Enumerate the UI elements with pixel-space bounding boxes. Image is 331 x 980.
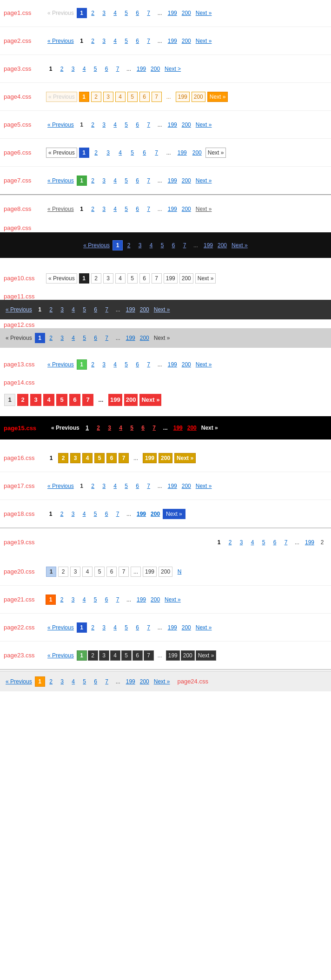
pg-6[interactable]: 6 [132,120,143,130]
pg-6[interactable]: 6 [132,8,143,18]
pg-5[interactable]: 5 [90,64,100,74]
prev-button[interactable]: « Previous [46,92,77,102]
pg-199[interactable]: 199 [166,120,179,130]
pg-200[interactable]: 200 [180,36,193,46]
pg-199[interactable]: 199 [176,148,189,158]
pg-3[interactable]: 3 [57,304,67,315]
prev-button[interactable]: « Previous [46,176,76,186]
pg-5[interactable]: 5 [127,148,138,158]
next-button[interactable]: Next » [194,359,214,370]
pg-5[interactable]: 5 [157,240,167,250]
pg-200[interactable]: 200 [138,676,151,687]
prev-button[interactable]: « Previous [4,676,34,687]
pg-2[interactable]: 2 [88,650,98,661]
pg-2[interactable]: 2 [88,622,98,633]
pg-4[interactable]: 4 [110,622,120,633]
pg-199[interactable]: 199 [166,8,179,18]
pg-199[interactable]: 199 [166,176,179,186]
pg-4[interactable]: 4 [247,537,258,547]
pg-2[interactable]: 2 [58,567,68,577]
pg-200[interactable]: 200 [180,176,193,186]
pg-200[interactable]: 200 [180,120,193,130]
pg-200-partial[interactable]: 2 [317,537,327,547]
pg-2[interactable]: 2 [124,240,134,250]
pg-3[interactable]: 3 [68,595,78,605]
pg-1[interactable]: 1 [35,333,45,343]
prev-button[interactable]: « Previous [46,120,76,130]
pg-199[interactable]: 199 [176,92,190,102]
pg-7[interactable]: 7 [102,676,112,687]
pg-1[interactable]: 1 [46,509,56,519]
pg-1[interactable]: 1 [77,36,87,46]
pg-4[interactable]: 4 [110,8,120,18]
pg-4[interactable]: 4 [116,423,126,433]
pg-200[interactable]: 200 [185,423,199,433]
next-button[interactable]: Next » [195,273,216,284]
pg-3[interactable]: 3 [70,567,80,577]
pg-5[interactable]: 5 [94,567,105,577]
pg-5[interactable]: 5 [121,359,132,370]
pg-1[interactable]: 1 [77,8,87,18]
prev-button[interactable]: « Previous [46,650,76,661]
pg-1[interactable]: 1 [77,622,87,633]
pg-5[interactable]: 5 [121,481,132,491]
next-button[interactable]: Next > [163,64,183,74]
pg-199[interactable]: 199 [303,537,316,547]
pg-1[interactable]: 1 [79,92,89,102]
pg-7[interactable]: 7 [152,273,162,284]
pg-6[interactable]: 6 [168,240,179,250]
next-button[interactable]: Next » [163,509,185,519]
pg-199[interactable]: 199 [124,676,137,687]
pg-6[interactable]: 6 [139,273,150,284]
pg-1[interactable]: 1 [77,481,87,491]
pg-7[interactable]: 7 [102,304,112,315]
pg-6[interactable]: 6 [101,64,112,74]
pg-1[interactable]: 1 [77,359,87,370]
next-button[interactable]: Next » [139,394,161,406]
pg-6[interactable]: 6 [91,676,101,687]
prev-button[interactable]: « Previous [46,273,77,284]
pg-200[interactable]: 200 [191,148,204,158]
pg-199[interactable]: 199 [166,622,179,633]
prev-button[interactable]: « Previous [46,622,76,633]
pg-2[interactable]: 2 [88,176,98,186]
pg-7[interactable]: 7 [152,92,162,102]
pg-200[interactable]: 200 [138,304,151,315]
pg-5[interactable]: 5 [56,394,67,406]
pg-5[interactable]: 5 [121,120,132,130]
pg-200[interactable]: 200 [216,240,229,250]
next-button[interactable]: Next » [199,423,220,433]
pg-5[interactable]: 5 [127,423,137,433]
pg-5[interactable]: 5 [94,453,105,463]
pg-4[interactable]: 4 [146,240,156,250]
pg-6[interactable]: 6 [132,36,143,46]
pg-200[interactable]: 200 [181,650,195,661]
pg-3[interactable]: 3 [99,8,109,18]
pg-1[interactable]: 1 [113,240,123,250]
pg-3[interactable]: 3 [236,537,246,547]
pg-200[interactable]: 200 [149,595,162,605]
prev-button[interactable]: « Previous [81,240,112,250]
next-button[interactable]: Next » [194,36,214,46]
pg-1[interactable]: 1 [35,304,45,315]
next-button[interactable]: Next » [205,148,226,158]
pg-7[interactable]: 7 [179,240,190,250]
pg-4[interactable]: 4 [79,509,89,519]
pg-200[interactable]: 200 [180,8,193,18]
pg-2[interactable]: 2 [88,204,98,214]
pg-200[interactable]: 200 [149,64,162,74]
pg-3[interactable]: 3 [68,509,78,519]
pg-7[interactable]: 7 [144,120,154,130]
pg-6[interactable]: 6 [69,394,80,406]
pg-199[interactable]: 199 [166,650,180,661]
pg-7[interactable]: 7 [281,537,291,547]
pg-6[interactable]: 6 [139,148,150,158]
pg-4[interactable]: 4 [68,333,79,343]
pg-1[interactable]: 1 [79,148,89,158]
pg-6[interactable]: 6 [106,453,117,463]
pg-199[interactable]: 199 [164,273,178,284]
prev-button[interactable]: « Previous [46,204,76,214]
pg-2[interactable]: 2 [46,676,56,687]
pg-2[interactable]: 2 [88,481,98,491]
pg-3[interactable]: 3 [99,176,109,186]
